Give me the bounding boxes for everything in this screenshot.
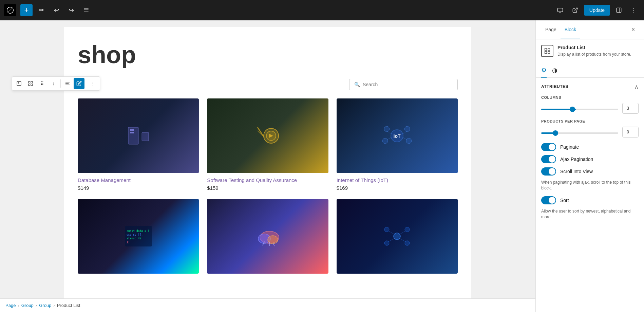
sidebar-close-button[interactable]: × — [628, 24, 639, 35]
product-card[interactable]: Database Management $149 — [78, 98, 199, 191]
search-icon: 🔍 — [354, 82, 360, 87]
layout-button[interactable] — [25, 78, 36, 89]
svg-text:IoT: IoT — [394, 133, 401, 139]
paginate-toggle[interactable] — [541, 143, 556, 151]
product-name: Software Testing and Quality Assurance — [207, 177, 328, 183]
sort-label: Sort — [560, 198, 569, 203]
collapse-button[interactable]: ∧ — [634, 84, 639, 90]
sort-toggle[interactable] — [541, 196, 556, 204]
options-button[interactable]: ⋮ — [628, 4, 640, 16]
svg-rect-15 — [130, 129, 132, 131]
products-per-page-slider[interactable] — [541, 132, 618, 134]
drag-button[interactable]: ⠿ — [37, 78, 48, 89]
search-box[interactable]: 🔍 — [349, 79, 458, 90]
products-grid: Database Management $149 — [78, 98, 458, 278]
product-image: IoT — [337, 98, 458, 173]
move-up-down-button[interactable]: ↕ — [48, 78, 59, 89]
scroll-into-view-toggle[interactable] — [541, 167, 556, 176]
attributes-title: Attributes — [541, 84, 568, 89]
toolbar-divider — [60, 79, 61, 88]
products-per-page-row: 9 — [541, 127, 639, 137]
svg-line-31 — [403, 137, 407, 140]
add-block-button[interactable]: + — [20, 4, 33, 16]
svg-point-47 — [405, 241, 410, 245]
columns-label: COLUMNS — [541, 95, 639, 99]
attributes-header: Attributes ∧ — [541, 84, 639, 90]
breadcrumb-sep-3: › — [53, 303, 55, 308]
parent-block-icon — [16, 81, 22, 86]
columns-value-input[interactable]: 3 — [622, 103, 639, 114]
svg-rect-19 — [142, 132, 149, 141]
block-icon — [541, 45, 553, 57]
editor-canvas: shop Latest ▾ 🔍 — [64, 27, 471, 299]
sidebar-header: Page Block × — [536, 20, 644, 39]
update-button[interactable]: Update — [584, 5, 610, 16]
shop-title: shop — [78, 41, 458, 69]
top-toolbar: + ✏ ↩ ↪ ☰ Update ⋮ — [0, 0, 644, 20]
svg-rect-6 — [18, 82, 19, 84]
main-layout: ⠿ ↕ ⋮ shop Latest ▾ 🔍 — [0, 20, 644, 312]
product-card[interactable]: IoT Internet of — [337, 98, 458, 191]
columns-slider[interactable] — [541, 109, 618, 110]
svg-point-26 — [382, 138, 388, 144]
svg-line-51 — [400, 239, 405, 242]
product-list-icon — [544, 48, 551, 54]
product-card[interactable]: const data = { users: [], items: 42 }; — [78, 199, 199, 278]
tools-button[interactable]: ✏ — [35, 4, 48, 16]
style-tab[interactable]: ◑ — [552, 63, 557, 78]
paginate-row: Paginate — [541, 143, 639, 151]
svg-point-46 — [384, 241, 389, 245]
svg-line-49 — [400, 231, 405, 234]
align-button[interactable] — [62, 78, 73, 89]
product-card[interactable]: Software Testing and Quality Assurance $… — [207, 98, 328, 191]
undo-button[interactable]: ↩ — [50, 4, 62, 16]
svg-rect-54 — [545, 52, 547, 54]
product-image: const data = { users: [], items: 42 }; — [78, 199, 199, 274]
desktop-icon — [557, 7, 563, 13]
breadcrumb-page[interactable]: Page — [5, 303, 16, 308]
search-input[interactable] — [363, 82, 453, 87]
svg-rect-18 — [132, 132, 134, 133]
block-tab[interactable]: Block — [561, 21, 580, 38]
align-icon — [65, 81, 70, 86]
edit-button[interactable] — [74, 78, 84, 89]
product-name: Database Management — [78, 177, 199, 183]
editor-area: ⠿ ↕ ⋮ shop Latest ▾ 🔍 — [0, 20, 535, 312]
more-options-button[interactable]: ⋮ — [88, 78, 98, 89]
toolbar-right: Update ⋮ — [554, 4, 640, 16]
product-image — [337, 199, 458, 274]
redo-button[interactable]: ↪ — [65, 4, 77, 16]
scroll-into-view-desc: When paginating with ajax, scroll to the… — [541, 180, 639, 191]
svg-rect-7 — [29, 81, 30, 83]
svg-text:items: 42: items: 42 — [127, 237, 141, 240]
product-price: $169 — [337, 185, 458, 191]
breadcrumb-group-1[interactable]: Group — [21, 303, 34, 308]
products-per-page-value-input[interactable]: 9 — [622, 127, 639, 137]
list-view-button[interactable]: ☰ — [80, 4, 92, 16]
ajax-pagination-label: Ajax Pagination — [560, 157, 593, 162]
svg-line-30 — [387, 137, 391, 140]
product-card[interactable] — [337, 199, 458, 278]
paginate-label: Paginate — [560, 144, 579, 150]
breadcrumb-group-2[interactable]: Group — [39, 303, 51, 308]
view-button[interactable] — [554, 4, 566, 16]
svg-text:users: [],: users: [], — [127, 233, 143, 236]
sort-desc: Allow the user to sort by newest, alphab… — [541, 208, 639, 220]
ajax-pagination-toggle[interactable] — [541, 155, 556, 163]
page-tab[interactable]: Page — [541, 21, 561, 38]
iot-illustration: IoT — [380, 122, 414, 149]
block-info: Product List Display a list of products … — [536, 39, 644, 63]
sw-illustration — [254, 124, 281, 148]
sidebar-icon — [616, 7, 622, 13]
sidebar-toggle-button[interactable] — [613, 4, 625, 16]
products-per-page-label: PRODUCTS PER PAGE — [541, 119, 639, 123]
preview-button[interactable] — [569, 4, 581, 16]
svg-rect-9 — [29, 84, 30, 86]
settings-tab[interactable]: ⚙ — [541, 63, 547, 78]
svg-line-50 — [389, 239, 394, 242]
svg-text:};: }; — [127, 241, 130, 244]
wordpress-icon — [6, 6, 14, 14]
product-card[interactable] — [207, 199, 328, 278]
parent-selector-button[interactable] — [14, 78, 24, 89]
svg-rect-17 — [130, 132, 132, 133]
